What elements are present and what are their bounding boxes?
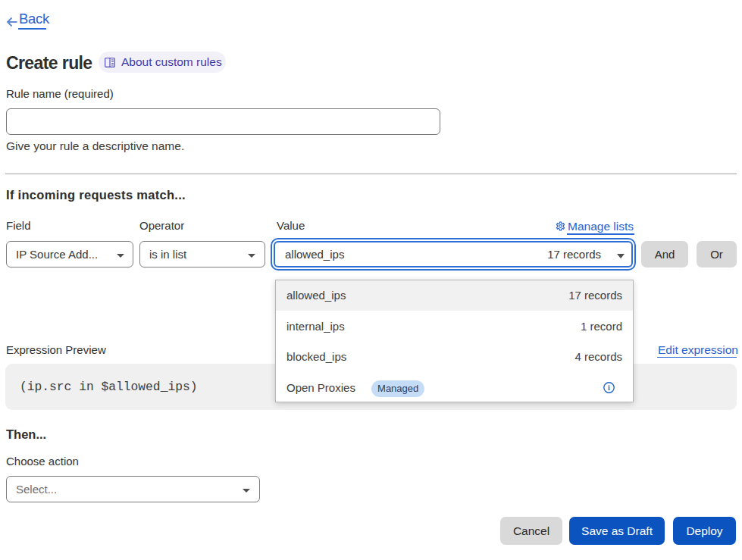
svg-text:i: i: [608, 383, 610, 392]
